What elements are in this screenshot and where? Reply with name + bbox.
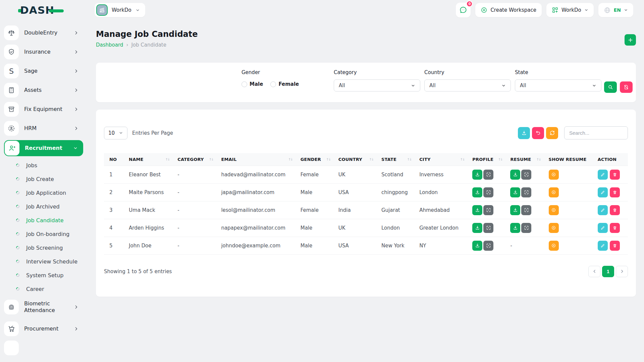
sort-icon[interactable]: ↑↓ bbox=[209, 158, 213, 161]
sort-icon[interactable]: ↑↓ bbox=[536, 158, 541, 161]
profile-view-button[interactable] bbox=[483, 241, 493, 251]
app-switcher-button[interactable]: WorkDo bbox=[546, 3, 594, 17]
sidebar-item-sage[interactable]: S Sage bbox=[4, 64, 83, 78]
delete-button[interactable] bbox=[610, 223, 620, 233]
profile-download-button[interactable] bbox=[472, 187, 482, 197]
sidebar-subitem-interview-schedule[interactable]: Interview Schedule bbox=[4, 256, 83, 267]
eye-icon bbox=[551, 243, 556, 248]
profile-view-button[interactable] bbox=[483, 187, 493, 197]
sidebar-item-assets[interactable]: Assets bbox=[4, 83, 83, 98]
sidebar-item-biometric-attendance[interactable]: Biometric Attendance bbox=[4, 297, 83, 317]
breadcrumb-current: Job Candidate bbox=[131, 42, 166, 48]
delete-button[interactable] bbox=[610, 241, 620, 251]
show-resume-button[interactable] bbox=[549, 241, 559, 251]
col-profile[interactable]: PROFILE↑↓ bbox=[467, 153, 505, 166]
edit-button[interactable] bbox=[598, 241, 608, 251]
sidebar-subitem-system-setup[interactable]: System Setup bbox=[4, 269, 83, 281]
col-name[interactable]: NAME↑↓ bbox=[123, 153, 172, 166]
resume-view-button[interactable] bbox=[521, 170, 531, 180]
edit-button[interactable] bbox=[598, 187, 608, 197]
table-row: 4 Arden Higgins - napapex@mailinator.com… bbox=[104, 219, 628, 237]
sidebar-item-insurance[interactable]: Insurance bbox=[4, 45, 83, 59]
profile-view-button[interactable] bbox=[483, 205, 493, 215]
resume-download-button[interactable] bbox=[510, 170, 520, 180]
delete-button[interactable] bbox=[610, 170, 620, 180]
edit-button[interactable] bbox=[598, 205, 608, 215]
sidebar-subitem-job-archived[interactable]: Job Archived bbox=[4, 201, 83, 212]
sidebar-subitem-job-application[interactable]: Job Application bbox=[4, 187, 83, 198]
profile-view-button[interactable] bbox=[483, 170, 493, 180]
scan-icon bbox=[524, 207, 529, 213]
next-page-button[interactable] bbox=[616, 266, 628, 277]
page-1-button[interactable]: 1 bbox=[602, 266, 614, 277]
profile-download-button[interactable] bbox=[472, 223, 482, 233]
resume-view-button[interactable] bbox=[521, 205, 531, 215]
edit-button[interactable] bbox=[598, 223, 608, 233]
messages-button[interactable]: 0 bbox=[456, 3, 471, 17]
col-resume[interactable]: RESUME↑↓ bbox=[505, 153, 543, 166]
category-select[interactable]: All bbox=[334, 79, 420, 92]
table-search-input[interactable] bbox=[564, 126, 628, 139]
profile-view-button[interactable] bbox=[483, 223, 493, 233]
sort-icon[interactable]: ↑↓ bbox=[407, 158, 411, 161]
profile-download-button[interactable] bbox=[472, 205, 482, 215]
sidebar-item-procurement[interactable]: Procurement bbox=[4, 321, 83, 336]
show-resume-button[interactable] bbox=[549, 205, 559, 215]
sidebar-item-partial[interactable] bbox=[4, 341, 83, 355]
apply-filter-button[interactable] bbox=[604, 81, 617, 93]
profile-download-button[interactable] bbox=[472, 241, 482, 251]
sidebar-item-recruitment[interactable]: Recruitment bbox=[4, 140, 83, 156]
col-category[interactable]: CATEGORY↑↓ bbox=[172, 153, 216, 166]
show-resume-button[interactable] bbox=[549, 187, 559, 197]
sidebar-item-hrm[interactable]: HRM bbox=[4, 121, 83, 136]
entries-per-page-select[interactable]: 10 bbox=[104, 127, 127, 139]
resume-download-button[interactable] bbox=[510, 187, 520, 197]
sort-icon[interactable]: ↑↓ bbox=[498, 158, 502, 161]
sort-icon[interactable]: ↑↓ bbox=[460, 158, 465, 161]
workspace-switcher[interactable]: WorkDo bbox=[95, 3, 145, 17]
candidates-table: NO NAME↑↓ CATEGORY↑↓ EMAIL↑↓ GENDER↑↓ CO… bbox=[104, 153, 628, 255]
sidebar-subitem-job-onboarding[interactable]: Job On-boarding bbox=[4, 228, 83, 240]
col-country[interactable]: COUNTRY↑↓ bbox=[333, 153, 376, 166]
delete-button[interactable] bbox=[610, 187, 620, 197]
gender-male-radio[interactable] bbox=[241, 81, 247, 87]
prev-page-button[interactable] bbox=[588, 266, 600, 277]
resume-download-button[interactable] bbox=[510, 205, 520, 215]
refresh-button[interactable] bbox=[546, 127, 558, 139]
breadcrumb-dashboard-link[interactable]: Dashboard bbox=[96, 42, 123, 48]
resume-view-button[interactable] bbox=[521, 223, 531, 233]
clear-filter-button[interactable] bbox=[620, 81, 633, 93]
col-gender[interactable]: GENDER↑↓ bbox=[295, 153, 333, 166]
sidebar-subitem-career[interactable]: Career bbox=[4, 283, 83, 295]
edit-button[interactable] bbox=[598, 170, 608, 180]
gender-female-radio[interactable] bbox=[270, 81, 276, 87]
col-email[interactable]: EMAIL↑↓ bbox=[216, 153, 295, 166]
country-select[interactable]: All bbox=[424, 79, 511, 92]
state-select[interactable]: All bbox=[515, 79, 601, 92]
resume-view-button[interactable] bbox=[521, 187, 531, 197]
create-workspace-button[interactable]: Create Workspace bbox=[475, 3, 542, 17]
show-resume-button[interactable] bbox=[549, 170, 559, 180]
sidebar-item-doubleentry[interactable]: DoubleEntry bbox=[4, 25, 83, 40]
sort-icon[interactable]: ↑↓ bbox=[369, 158, 373, 161]
sort-icon[interactable]: ↑↓ bbox=[165, 158, 169, 161]
sidebar-item-fix-equipment[interactable]: Fix Equipment bbox=[4, 102, 83, 117]
export-button[interactable] bbox=[518, 127, 530, 139]
sidebar-subitem-job-create[interactable]: Job Create bbox=[4, 173, 83, 185]
undo-button[interactable] bbox=[532, 127, 544, 139]
sidebar-subitem-job-candidate[interactable]: Job Candidate bbox=[4, 215, 83, 226]
sidebar-subitem-jobs[interactable]: Jobs bbox=[4, 160, 83, 171]
sort-icon[interactable]: ↑↓ bbox=[288, 158, 292, 161]
state-label: State bbox=[515, 69, 601, 75]
resume-download-button[interactable] bbox=[510, 223, 520, 233]
col-state[interactable]: STATE↑↓ bbox=[376, 153, 414, 166]
language-selector[interactable]: EN bbox=[598, 3, 633, 17]
add-candidate-button[interactable] bbox=[625, 34, 636, 46]
entries-per-page-label: Entries Per Page bbox=[132, 130, 173, 136]
show-resume-button[interactable] bbox=[549, 223, 559, 233]
col-city[interactable]: CITY↑↓ bbox=[414, 153, 467, 166]
sort-icon[interactable]: ↑↓ bbox=[326, 158, 330, 161]
delete-button[interactable] bbox=[610, 205, 620, 215]
profile-download-button[interactable] bbox=[472, 170, 482, 180]
sidebar-subitem-job-screening[interactable]: Job Screening bbox=[4, 242, 83, 253]
